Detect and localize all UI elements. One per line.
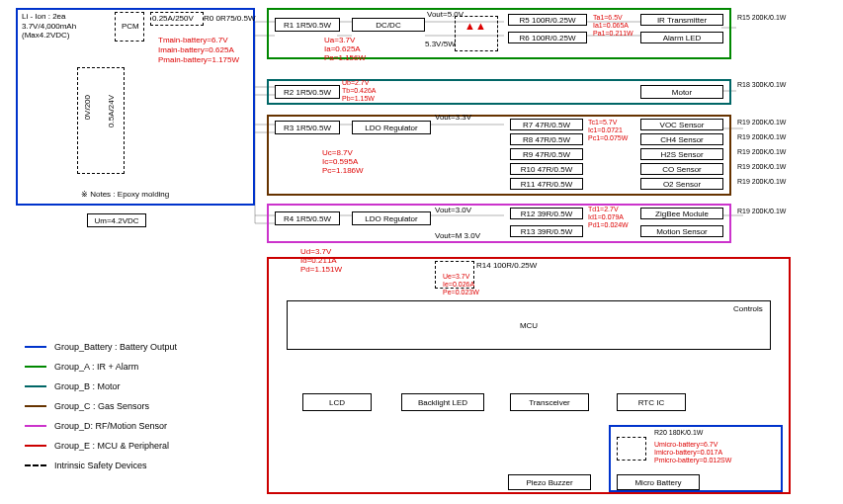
r12: R12 39R/0.5W — [510, 208, 583, 219]
b-p2: Tb=0.426A — [342, 87, 376, 94]
r18: R18 300K/0.1W — [737, 81, 786, 88]
r19-5: R19 200K/0.1W — [737, 178, 786, 185]
c-sp2: Ic1=0.0721 — [588, 126, 623, 133]
micro-dash — [617, 437, 646, 461]
r7: R7 47R/0.5W — [510, 119, 583, 130]
r13: R13 39R/0.5W — [510, 225, 583, 237]
legend-battery: Group_Battery : Battery Output — [54, 342, 177, 352]
ir-p2: Ia1=0.065A — [593, 22, 629, 29]
r19-2: R19 200K/0.1W — [737, 133, 786, 140]
motion: Motion Sensor — [640, 225, 723, 237]
r4: R4 1R5/0.5W — [275, 211, 340, 225]
micro-battery: Micro Battery — [617, 474, 700, 490]
d-zb2: Id1=0.079A — [588, 213, 624, 220]
d-p1: Ud=3.7V — [300, 247, 331, 256]
c-sp1: Tc1=5.7V — [588, 119, 617, 126]
voc-sensor: VOC Sensor — [640, 119, 723, 130]
r9: R9 47R/0.5W — [510, 148, 583, 160]
r1: R1 1R5/0.5W — [275, 18, 340, 32]
backlight: Backlight LED — [401, 393, 484, 411]
c-sp3: Pc1=0.075W — [588, 134, 628, 141]
um-label: Um=4.2VDC — [87, 213, 146, 227]
r19-1: R19 200K/0.1W — [737, 119, 786, 126]
ldo-d: LDO Regulator — [352, 211, 431, 225]
battery-meas1: Tmain-battery=6.7V — [158, 36, 227, 44]
battery-meas2: Imain-battery=0.625A — [158, 45, 234, 54]
legend-line-b — [25, 385, 46, 387]
vert-left: 0V/200 — [83, 95, 92, 120]
epoxy-box — [77, 67, 125, 174]
legend-line-d — [25, 425, 46, 427]
r19b: R19 200K/0.1W — [737, 208, 786, 214]
vout-m: Vout=M 3.0V — [435, 231, 480, 240]
zener-label: 5.3V/5W — [425, 40, 456, 48]
legend-d: Group_D: RF/Motion Sensor — [54, 421, 167, 431]
a-param2: Ia=0.625A — [324, 44, 361, 53]
vout-d: Vout=3.0V — [435, 206, 471, 214]
r6: R6 100R/0.25W — [508, 32, 587, 43]
legend-e: Group_E : MCU & Peripheral — [54, 441, 169, 451]
b-p1: Ub=2.7V — [342, 79, 369, 86]
controls: Controls — [733, 304, 763, 313]
r19-4: R19 200K/0.1W — [737, 163, 786, 170]
mb-p2: Imicro-battery=0.017A — [654, 449, 722, 456]
r3: R3 1R5/0.5W — [275, 121, 340, 134]
legend-line-e — [25, 445, 46, 447]
legend-line-a — [25, 366, 46, 368]
legend-c: Group_C : Gas Sensors — [54, 401, 149, 411]
ir-tx: IR Transmitter — [640, 14, 723, 26]
e-p2: Ie=0.026A — [443, 281, 474, 288]
e-p1: Ue=3.7V — [443, 273, 469, 280]
b-p3: Pb=1.15W — [342, 95, 375, 102]
co-sensor: CO Sensor — [640, 163, 723, 175]
mb-p1: Umicro-battery=6.7V — [654, 441, 717, 448]
vert-right: 0.5A/24V — [107, 95, 116, 127]
r10: R10 47R/0.5W — [510, 163, 583, 175]
ir-p3: Pa1=0.211W — [593, 30, 633, 37]
mcu: MCU — [287, 300, 771, 350]
fuse-label: 0.25A/250V — [152, 14, 194, 23]
o2-sensor: O2 Sensor — [640, 178, 723, 190]
zener-icon: ▲▲ — [464, 20, 486, 32]
dcdc: DC/DC — [352, 18, 425, 32]
r19-3: R19 200K/0.1W — [737, 148, 786, 155]
rtc: RTC IC — [617, 393, 686, 411]
e-p3: Pe=0.023W — [443, 289, 479, 295]
ldo-c: LDO Regulator — [352, 121, 431, 134]
c-p2: Ic=0.595A — [322, 157, 358, 166]
motor: Motor — [640, 85, 723, 99]
r5: R5 100R/0.25W — [508, 14, 587, 26]
transceiver: Transceiver — [510, 393, 589, 411]
lcd: LCD — [302, 393, 372, 411]
legend-line-c — [25, 405, 46, 407]
mb-p3: Pmicro-battery=0.012SW — [654, 457, 731, 463]
battery-title: Li - Ion : 2ea 3.7V/4,000mAh (Max4.2VDC) — [22, 12, 106, 41]
r15: R15 200K/0.1W — [737, 14, 786, 21]
r2: R2 1R5/0.5W — [275, 85, 340, 99]
ch4-sensor: CH4 Sensor — [640, 133, 723, 145]
r11: R11 47R/0.5W — [510, 178, 583, 190]
legend-line-battery — [25, 346, 46, 348]
a-param3: Pa=1.156W — [324, 53, 366, 62]
r20: R20 180K/0.1W — [654, 429, 703, 436]
zigbee: ZigBee Module — [640, 208, 723, 219]
pcm-label: PCM — [122, 22, 139, 31]
battery-meas3: Pmain-battery=1.175W — [158, 55, 239, 64]
vout-c: Vout=3.3V — [435, 113, 471, 122]
legend-b: Group_B : Motor — [54, 381, 121, 391]
piezo: Piezo Buzzer — [508, 474, 591, 490]
h2s-sensor: H2S Sensor — [640, 148, 723, 160]
alarm-led: Alarm LED — [640, 32, 723, 43]
c-p1: Uc=8.7V — [322, 148, 353, 157]
c-p3: Pc=1.186W — [322, 166, 364, 175]
legend-a: Group_A : IR + Alarm — [54, 362, 138, 372]
r0-label: R0 0R75/0.5W — [204, 14, 255, 23]
d-zb3: Pd1=0.024W — [588, 221, 629, 228]
d-zb1: Td1=2.7V — [588, 206, 619, 212]
battery-note: ※ Notes : Epoxy molding — [81, 190, 169, 199]
legend-line-intrinsic — [25, 464, 46, 466]
legend-intrinsic: Intrinsic Safety Devices — [54, 461, 147, 470]
r8: R8 47R/0.5W — [510, 133, 583, 145]
r14: R14 100R/0.25W — [476, 261, 537, 270]
ir-p1: Ta1=6.5V — [593, 14, 623, 21]
